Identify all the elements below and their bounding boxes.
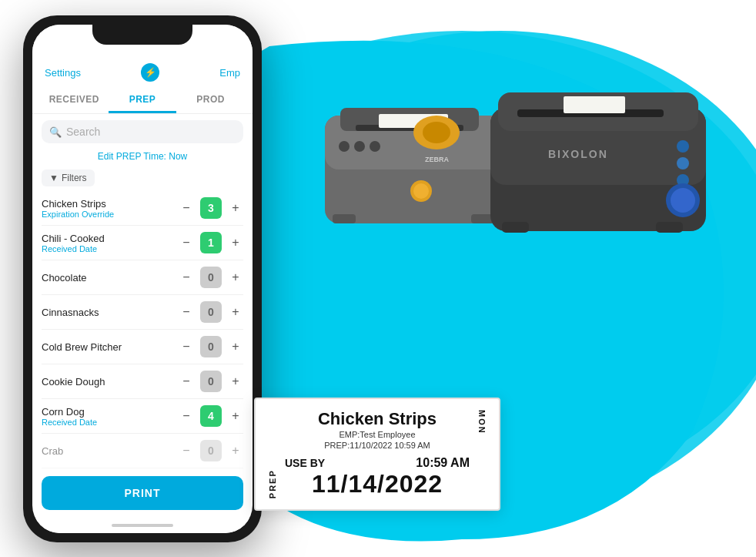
food-name: Cookie Dough	[42, 376, 179, 388]
filters-label: Filters	[62, 173, 87, 183]
svg-point-11	[423, 122, 450, 143]
search-placeholder: Search	[66, 126, 100, 138]
svg-point-15	[413, 183, 429, 199]
list-item: Cinnasnacks − 0 +	[42, 295, 243, 330]
increment-button[interactable]: +	[228, 202, 243, 214]
list-item: Cookie Dough − 0 +	[42, 364, 243, 399]
app-header: Settings ⚡ Emp	[32, 59, 253, 88]
svg-point-23	[677, 157, 689, 169]
decrement-button[interactable]: −	[179, 202, 194, 214]
food-name: Crab	[42, 445, 179, 457]
label-use-by-row: USE BY 10:59 AM	[285, 456, 470, 470]
svg-rect-12	[333, 214, 356, 223]
bixolon-printer: BIXOLON	[487, 46, 725, 250]
quantity-display: 4	[200, 405, 222, 427]
phone-screen: Settings ⚡ Emp RECEIVED PREP PROD 🔍 Sear…	[32, 25, 253, 533]
food-sub: Received Date	[42, 418, 179, 427]
home-bar	[32, 518, 253, 533]
decrement-button[interactable]: −	[179, 375, 194, 388]
home-bar-indicator	[112, 524, 173, 527]
increment-button[interactable]: +	[228, 341, 243, 353]
label-date: 11/14/2022	[285, 470, 470, 498]
quantity-control: − 0 +	[179, 371, 243, 392]
increment-button[interactable]: +	[228, 306, 243, 318]
food-sub: Expiration Override	[42, 210, 179, 219]
food-info: Chili - Cooked Received Date	[42, 233, 179, 253]
quantity-display: 0	[200, 440, 222, 461]
food-info: Cookie Dough	[42, 376, 179, 388]
svg-text:ZEBRA: ZEBRA	[425, 156, 449, 163]
list-item: Cold Brew Pitcher − 0 +	[42, 330, 243, 364]
svg-text:BIXOLON: BIXOLON	[548, 148, 608, 160]
label-outer: PREP Chicken Strips EMP:Test Employee PR…	[268, 410, 487, 498]
list-item: Chocolate − 0 +	[42, 260, 243, 295]
decrement-button[interactable]: −	[179, 306, 194, 318]
svg-rect-28	[502, 222, 529, 233]
settings-link[interactable]: Settings	[45, 67, 81, 79]
food-info: Cinnasnacks	[42, 307, 179, 318]
food-sub: Received Date	[42, 244, 179, 253]
decrement-button[interactable]: −	[179, 237, 194, 249]
quantity-control: − 1 +	[179, 232, 243, 253]
search-icon: 🔍	[49, 126, 62, 138]
filters-row: ▼ Filters	[32, 166, 253, 191]
quantity-display: 0	[200, 336, 222, 357]
svg-point-7	[339, 141, 350, 152]
use-by-time: 10:59 AM	[416, 456, 470, 470]
tab-prod[interactable]: PROD	[176, 88, 245, 113]
list-item: Crab − 0 +	[42, 434, 243, 468]
tab-received[interactable]: RECEIVED	[40, 88, 109, 113]
svg-rect-21	[564, 96, 625, 113]
quantity-control: − 3 +	[179, 197, 243, 219]
list-item: Chicken Strips Expiration Override − 3 +	[42, 191, 243, 226]
food-info: Chocolate	[42, 272, 179, 284]
svg-point-8	[354, 141, 365, 152]
svg-rect-29	[656, 222, 683, 233]
label-side-right: MON	[477, 410, 487, 498]
food-name: Cold Brew Pitcher	[42, 341, 179, 353]
label-main: Chicken Strips EMP:Test Employee PREP:11…	[285, 410, 470, 498]
food-name: Chicken Strips	[42, 198, 179, 210]
quantity-display: 0	[200, 371, 222, 392]
quantity-display: 0	[200, 301, 222, 323]
increment-button[interactable]: +	[228, 271, 243, 284]
list-item: Corn Dog Received Date − 4 +	[42, 399, 243, 434]
decrement-button[interactable]: −	[179, 445, 194, 457]
bixolon-printer-svg: BIXOLON	[487, 46, 725, 247]
food-name: Chili - Cooked	[42, 233, 179, 244]
edit-prep-link[interactable]: Edit PREP Time: Now	[32, 149, 253, 166]
tab-prep[interactable]: PREP	[109, 88, 177, 113]
app-logo: ⚡	[141, 63, 159, 82]
print-button[interactable]: PRINT	[42, 476, 243, 510]
decrement-button[interactable]: −	[179, 271, 194, 284]
tabs-bar: RECEIVED PREP PROD	[32, 88, 253, 114]
food-name: Corn Dog	[42, 406, 179, 418]
quantity-control: − 0 +	[179, 267, 243, 288]
food-info: Crab	[42, 445, 179, 457]
label-receipt: PREP Chicken Strips EMP:Test Employee PR…	[254, 398, 500, 511]
phone-frame: Settings ⚡ Emp RECEIVED PREP PROD 🔍 Sear…	[23, 15, 262, 542]
food-info: Chicken Strips Expiration Override	[42, 198, 179, 219]
phone: Settings ⚡ Emp RECEIVED PREP PROD 🔍 Sear…	[23, 15, 262, 542]
food-list: Chicken Strips Expiration Override − 3 +…	[32, 191, 253, 468]
quantity-control: − 4 +	[179, 405, 243, 427]
increment-button[interactable]: +	[228, 445, 243, 457]
label-title: Chicken Strips	[285, 410, 470, 428]
phone-notch	[92, 25, 192, 45]
increment-button[interactable]: +	[228, 237, 243, 249]
decrement-button[interactable]: −	[179, 341, 194, 353]
label-side-left: PREP	[268, 410, 277, 498]
emp-link[interactable]: Emp	[219, 67, 240, 79]
search-bar[interactable]: 🔍 Search	[42, 120, 243, 143]
quantity-control: − 0 +	[179, 336, 243, 357]
increment-button[interactable]: +	[228, 375, 243, 388]
quantity-display: 1	[200, 232, 222, 253]
food-name: Chocolate	[42, 272, 179, 284]
filters-button[interactable]: ▼ Filters	[42, 169, 95, 186]
increment-button[interactable]: +	[228, 410, 243, 422]
quantity-display: 3	[200, 197, 222, 219]
decrement-button[interactable]: −	[179, 410, 194, 422]
label-prep-line: PREP:11/10/2022 10:59 AM	[285, 441, 470, 450]
filter-icon: ▼	[49, 173, 59, 183]
svg-point-26	[671, 188, 695, 213]
